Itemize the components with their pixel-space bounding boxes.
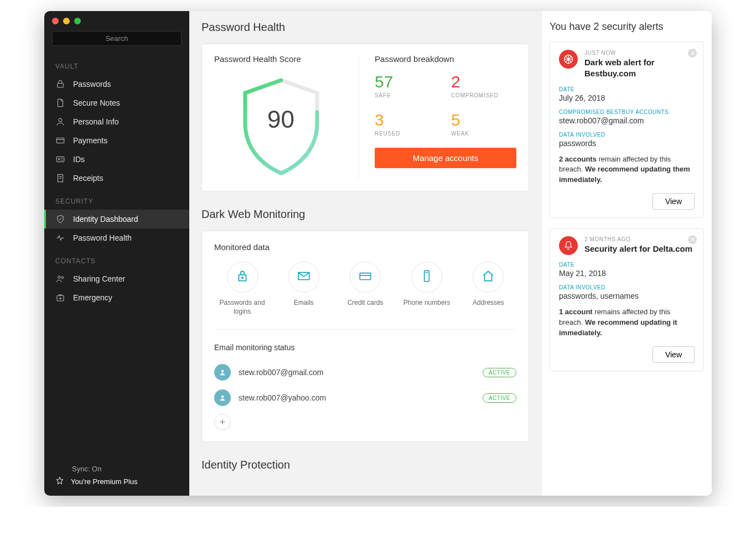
dark-web-heading: Dark Web Monitoring	[201, 208, 529, 221]
svg-point-4	[58, 159, 60, 160]
window-controls	[44, 11, 189, 29]
lock-icon	[235, 269, 250, 285]
svg-rect-12	[360, 273, 371, 280]
alert-title: Security alert for Delta.com	[584, 243, 692, 254]
sidebar-item-label: Emergency	[73, 293, 112, 302]
monitored-phone-numbers[interactable]: Phone numbers	[399, 262, 455, 316]
add-email-button[interactable]: +	[214, 414, 231, 430]
alert-card: ✕ JUST NOW Dark web alert for Bestbuy.co…	[550, 41, 704, 218]
sidebar-item-identity-dashboard[interactable]: Identity Dashboard	[44, 210, 189, 228]
password-health-card: Password Health Score	[201, 44, 529, 191]
alerts-title: You have 2 security alerts	[550, 21, 704, 33]
email-row[interactable]: stew.rob007@yahoo.com ACTIVE	[214, 385, 516, 410]
alert-extra-label: COMPROMISED BESTBUY ACCOUNTS	[559, 109, 695, 115]
sidebar-item-sharing-center[interactable]: Sharing Center	[44, 269, 189, 288]
person-icon	[55, 117, 65, 127]
svg-point-7	[61, 277, 64, 279]
sync-status: Sync: On	[55, 465, 178, 473]
lock-icon	[55, 79, 65, 89]
sidebar-item-label: Sharing Center	[73, 274, 125, 283]
breakdown-safe[interactable]: 57 SAFE	[375, 74, 440, 98]
sidebar-section-vault: VAULT	[44, 53, 189, 75]
score-value: 90	[234, 106, 328, 133]
identity-protection-heading: Identity Protection	[201, 459, 529, 471]
sidebar-section-security: SECURITY	[44, 188, 189, 210]
shield-check-icon	[55, 214, 65, 224]
sidebar-footer: Sync: On You're Premium Plus	[44, 458, 189, 496]
bell-icon	[559, 236, 578, 255]
svg-point-15	[221, 396, 224, 398]
sidebar-item-label: Secure Notes	[73, 98, 120, 107]
breakdown-reused[interactable]: 3 REUSED	[375, 112, 440, 137]
monitored-addresses[interactable]: Addresses	[460, 262, 516, 316]
email-address: stew.rob007@yahoo.com	[239, 393, 475, 402]
breakdown-weak[interactable]: 5 WEAK	[451, 112, 516, 137]
minimize-window-button[interactable]	[63, 18, 70, 24]
search-input[interactable]	[52, 31, 182, 46]
envelope-icon	[297, 269, 311, 285]
email-monitoring-title: Email monitoring status	[214, 343, 516, 352]
sidebar-item-secure-notes[interactable]: Secure Notes	[44, 93, 189, 112]
sidebar-item-label: Identity Dashboard	[73, 215, 138, 223]
status-badge: ACTIVE	[483, 368, 516, 377]
pulse-icon	[55, 233, 65, 243]
svg-point-10	[242, 277, 243, 278]
alert-data-label: DATA INVOLVED	[559, 284, 695, 290]
sidebar-item-label: Receipts	[73, 174, 103, 183]
close-icon[interactable]: ✕	[688, 49, 697, 58]
sidebar-item-label: Password Health	[73, 233, 132, 242]
sidebar-item-ids[interactable]: IDs	[44, 150, 189, 169]
dark-web-card: Monitored data Passwords and logins Emai…	[201, 231, 529, 442]
sidebar: VAULT Passwords Secure Notes Personal In…	[44, 11, 189, 496]
svg-point-6	[58, 276, 61, 279]
status-badge: ACTIVE	[483, 393, 516, 403]
email-address: stew.rob007@gmail.com	[239, 368, 475, 377]
sidebar-item-passwords[interactable]: Passwords	[44, 75, 189, 93]
score-title: Password Health Score	[214, 54, 348, 64]
card-icon	[358, 269, 372, 285]
sidebar-item-label: Personal Info	[73, 117, 119, 126]
breakdown-compromised[interactable]: 2 COMPROMISED	[451, 74, 516, 98]
note-icon	[55, 98, 65, 108]
id-icon	[55, 154, 65, 164]
score-shield: 90	[234, 74, 328, 179]
sidebar-item-personal-info[interactable]: Personal Info	[44, 112, 189, 131]
password-health-heading: Password Health	[201, 21, 529, 34]
phone-icon	[420, 269, 434, 285]
alert-message: 1 account remains affected by this breac…	[559, 307, 695, 339]
person-icon	[214, 389, 231, 406]
home-icon	[481, 269, 495, 285]
breakdown-title: Password breakdown	[375, 54, 516, 64]
sidebar-item-receipts[interactable]: Receipts	[44, 169, 189, 188]
alert-card: ✕ 2 MONTHS AGO Security alert for Delta.…	[550, 228, 704, 371]
view-button[interactable]: View	[653, 346, 695, 363]
card-icon	[55, 136, 65, 145]
maximize-window-button[interactable]	[74, 18, 81, 24]
svg-point-1	[59, 118, 62, 122]
sidebar-item-payments[interactable]: Payments	[44, 131, 189, 150]
person-icon	[214, 364, 231, 381]
monitored-passwords[interactable]: Passwords and logins	[214, 262, 270, 316]
manage-accounts-button[interactable]: Manage accounts	[375, 148, 516, 168]
alert-data-label: DATA INVOLVED	[559, 132, 695, 138]
people-icon	[55, 274, 65, 284]
alert-message: 2 accounts remain affected by this breac…	[559, 154, 695, 186]
alert-time: JUST NOW	[584, 50, 695, 56]
alert-date-label: DATE	[559, 86, 695, 92]
sidebar-item-password-health[interactable]: Password Health	[44, 228, 189, 247]
sidebar-item-emergency[interactable]: Emergency	[44, 288, 189, 307]
monitored-credit-cards[interactable]: Credit cards	[337, 262, 393, 316]
alert-data-value: passwords	[559, 139, 695, 148]
monitored-data-title: Monitored data	[214, 242, 516, 252]
alert-date: July 26, 2018	[559, 93, 695, 102]
monitored-emails[interactable]: Emails	[276, 262, 332, 316]
sidebar-item-label: Payments	[73, 136, 107, 145]
app-window: VAULT Passwords Secure Notes Personal In…	[44, 11, 712, 496]
email-row[interactable]: stew.rob007@gmail.com ACTIVE	[214, 360, 516, 385]
premium-status[interactable]: You're Premium Plus	[55, 476, 178, 487]
view-button[interactable]: View	[653, 193, 695, 210]
alert-extra-value: stew.rob007@gmail.com	[559, 116, 695, 125]
sidebar-item-label: Passwords	[73, 80, 111, 89]
close-window-button[interactable]	[52, 18, 59, 24]
close-icon[interactable]: ✕	[688, 235, 697, 244]
